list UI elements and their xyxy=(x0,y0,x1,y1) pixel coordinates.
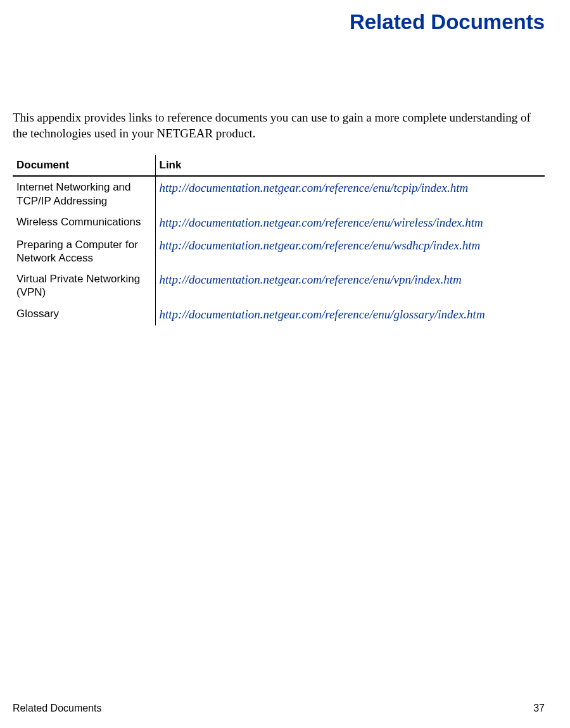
footer-page-number: 37 xyxy=(533,703,545,714)
table-row: Glossary http://documentation.netgear.co… xyxy=(13,303,545,326)
document-link[interactable]: http://documentation.netgear.com/referen… xyxy=(160,181,469,194)
page: Related Documents This appendix provides… xyxy=(0,0,570,728)
cell-link: http://documentation.netgear.com/referen… xyxy=(155,234,545,269)
document-link[interactable]: http://documentation.netgear.com/referen… xyxy=(160,239,481,252)
cell-link: http://documentation.netgear.com/referen… xyxy=(155,268,545,303)
cell-document: Glossary xyxy=(13,303,155,326)
cell-link: http://documentation.netgear.com/referen… xyxy=(155,211,545,234)
table-row: Wireless Communications http://documenta… xyxy=(13,211,545,234)
cell-document: Internet Networking and TCP/IP Addressin… xyxy=(13,176,155,211)
intro-paragraph: This appendix provides links to referenc… xyxy=(13,110,545,141)
document-link[interactable]: http://documentation.netgear.com/referen… xyxy=(160,308,485,321)
cell-link: http://documentation.netgear.com/referen… xyxy=(155,176,545,211)
table-row: Preparing a Computer for Network Access … xyxy=(13,234,545,269)
cell-document: Wireless Communications xyxy=(13,211,155,234)
table-row: Internet Networking and TCP/IP Addressin… xyxy=(13,176,545,211)
header-document: Document xyxy=(13,155,155,176)
cell-document: Preparing a Computer for Network Access xyxy=(13,234,155,269)
cell-document: Virtual Private Networking (VPN) xyxy=(13,268,155,303)
documents-table-wrap: Document Link Internet Networking and TC… xyxy=(13,155,545,325)
cell-link: http://documentation.netgear.com/referen… xyxy=(155,303,545,326)
header-link: Link xyxy=(155,155,545,176)
table-header-row: Document Link xyxy=(13,155,545,176)
page-footer: Related Documents 37 xyxy=(13,703,545,714)
page-title: Related Documents xyxy=(13,10,545,34)
footer-left: Related Documents xyxy=(13,703,102,714)
document-link[interactable]: http://documentation.netgear.com/referen… xyxy=(160,273,462,286)
documents-table: Document Link Internet Networking and TC… xyxy=(13,155,545,325)
table-row: Virtual Private Networking (VPN) http://… xyxy=(13,268,545,303)
document-link[interactable]: http://documentation.netgear.com/referen… xyxy=(160,216,483,229)
